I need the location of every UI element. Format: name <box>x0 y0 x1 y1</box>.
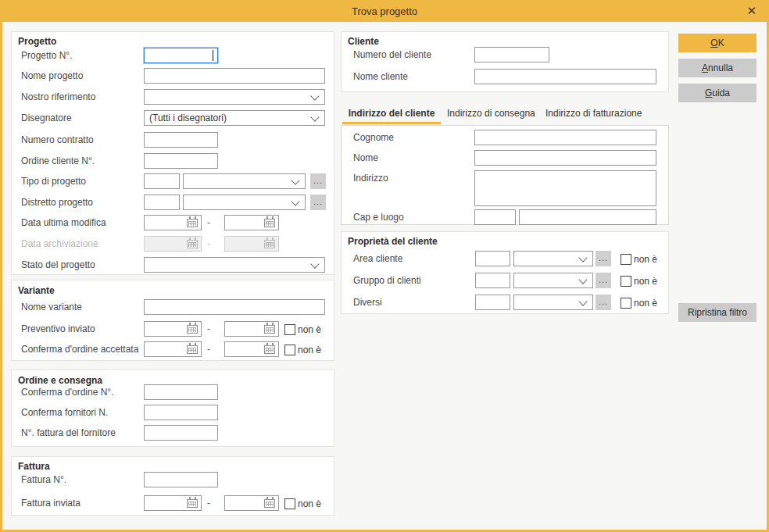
customer-group-not-checkbox[interactable] <box>621 276 631 287</box>
contract-number-input[interactable] <box>144 132 218 148</box>
customer-order-input[interactable] <box>144 153 218 169</box>
designer-select-value: (Tutti i disegnatori) <box>149 112 227 123</box>
annulla-button-label: nnulla <box>708 62 733 73</box>
section-progetto: Progetto Progetto N°. Nome progetto Nost… <box>11 31 334 275</box>
title-bar: Trova progetto ✕ <box>2 0 767 22</box>
supplier-confirmation-label: Conferma fornitori N. <box>21 405 108 420</box>
project-number-label: Progetto N°. <box>21 48 73 63</box>
project-type-browse-button[interactable]: ... <box>310 173 326 189</box>
project-type-code-input[interactable] <box>144 173 180 189</box>
city-input[interactable] <box>519 209 656 225</box>
misc-not-checkbox[interactable] <box>621 298 631 309</box>
section-fattura-title: Fattura <box>18 461 50 472</box>
calendar-icon[interactable] <box>187 219 198 227</box>
calendar-icon[interactable] <box>264 325 275 334</box>
ok-button-mnemonic: O <box>710 37 717 48</box>
customer-group-select[interactable] <box>513 273 593 288</box>
misc-select[interactable] <box>513 295 593 310</box>
calendar-icon[interactable] <box>264 499 275 508</box>
guida-button-label: uida <box>712 87 730 98</box>
designer-select[interactable]: (Tutti i disegnatori) <box>144 110 325 126</box>
customer-area-not-label: non è <box>634 253 657 266</box>
calendar-icon[interactable] <box>264 345 275 354</box>
archive-date-to-date <box>224 236 279 252</box>
zip-input[interactable] <box>474 209 516 225</box>
customer-group-code-input[interactable] <box>475 273 510 288</box>
ok-button-label: K <box>718 37 724 48</box>
order-confirmation-number-label: Conferma d'ordine N°. <box>21 384 113 400</box>
invoice-sent-not-label: non è <box>298 498 321 510</box>
customer-name-input[interactable] <box>474 69 656 84</box>
guida-button[interactable]: Guida <box>678 84 756 102</box>
project-name-label: Nome progetto <box>21 68 83 84</box>
calendar-icon <box>264 240 275 248</box>
order-confirm-accepted-not-checkbox[interactable] <box>284 345 295 355</box>
customer-area-browse-button[interactable]: ... <box>596 251 611 266</box>
supplier-confirmation-input[interactable] <box>144 405 218 420</box>
chevron-down-icon <box>310 112 319 121</box>
supplier-invoice-number-input[interactable] <box>144 425 218 441</box>
invoice-number-label: Fattura N°. <box>21 472 66 487</box>
firstname-input[interactable] <box>474 150 656 166</box>
date-range-separator: - <box>207 215 210 230</box>
surname-input[interactable] <box>474 130 656 145</box>
variant-name-input[interactable] <box>144 299 325 315</box>
last-modified-to-date[interactable] <box>224 215 279 230</box>
misc-code-input[interactable] <box>475 295 510 310</box>
customer-area-label: Area cliente <box>353 251 402 266</box>
project-number-input[interactable] <box>144 48 218 63</box>
date-range-separator: - <box>207 341 210 357</box>
customer-area-select[interactable] <box>513 251 593 266</box>
address-textarea[interactable] <box>474 170 656 206</box>
project-name-input[interactable] <box>144 68 325 84</box>
ok-button[interactable]: OK <box>678 34 756 52</box>
customer-group-label: Gruppo di clienti <box>353 273 421 288</box>
ripristina-filtro-button[interactable]: Ripristina filtro <box>678 303 756 322</box>
customer-number-input[interactable] <box>474 47 549 62</box>
tab-indirizzo-consegna[interactable]: Indirizzo di consegna <box>447 107 535 120</box>
archive-date-label: Data archiviazione <box>21 236 98 252</box>
tab-indirizzo-fatturazione[interactable]: Indirizzo di fatturazione <box>545 107 642 120</box>
order-confirm-accepted-label: Conferma d'ordine accettata <box>21 341 138 357</box>
tab-indirizzo-cliente[interactable]: Indirizzo del cliente <box>342 107 441 120</box>
project-type-select[interactable] <box>183 173 306 189</box>
project-status-select[interactable] <box>144 257 325 273</box>
chevron-down-icon <box>578 275 587 284</box>
chevron-down-icon <box>291 176 299 184</box>
calendar-icon[interactable] <box>187 345 198 354</box>
section-proprieta-cliente: Proprietà del cliente Area cliente ... n… <box>341 231 669 314</box>
annulla-button[interactable]: Annulla <box>678 59 756 77</box>
our-reference-select[interactable] <box>144 89 325 105</box>
customer-area-code-input[interactable] <box>475 251 510 266</box>
section-cliente: Cliente Numero del cliente Nome cliente <box>341 31 669 92</box>
order-confirm-accepted-to-date[interactable] <box>224 341 279 357</box>
calendar-icon[interactable] <box>187 499 198 508</box>
supplier-invoice-number-label: N°. fattura del fornitore <box>21 425 116 441</box>
invoice-sent-not-checkbox[interactable] <box>284 498 295 509</box>
section-variante: Variante Nome variante Preventivo inviat… <box>11 280 334 361</box>
order-confirmation-number-input[interactable] <box>144 384 218 400</box>
invoice-number-input[interactable] <box>144 472 218 487</box>
project-district-code-input[interactable] <box>144 195 180 210</box>
calendar-icon[interactable] <box>187 325 198 334</box>
misc-browse-button[interactable]: ... <box>596 295 611 310</box>
invoice-sent-to-date[interactable] <box>224 495 279 511</box>
calendar-icon <box>187 240 198 248</box>
firstname-label: Nome <box>353 150 378 166</box>
zip-city-label: Cap e luogo <box>353 209 404 225</box>
quote-sent-not-checkbox[interactable] <box>284 324 295 335</box>
customer-area-not-checkbox[interactable] <box>621 254 631 265</box>
customer-group-browse-button[interactable]: ... <box>596 273 611 288</box>
project-district-select[interactable] <box>183 195 306 210</box>
quote-sent-label: Preventivo inviato <box>21 321 95 337</box>
date-range-separator: - <box>207 321 210 337</box>
last-modified-from-date[interactable] <box>144 215 202 230</box>
invoice-sent-from-date[interactable] <box>144 495 202 511</box>
guida-button-mnemonic: G <box>705 87 712 98</box>
calendar-icon[interactable] <box>264 219 275 227</box>
project-district-browse-button[interactable]: ... <box>310 195 326 210</box>
close-icon[interactable]: ✕ <box>746 3 756 19</box>
quote-sent-to-date[interactable] <box>224 321 279 337</box>
quote-sent-from-date[interactable] <box>144 321 202 337</box>
order-confirm-accepted-from-date[interactable] <box>144 341 202 357</box>
